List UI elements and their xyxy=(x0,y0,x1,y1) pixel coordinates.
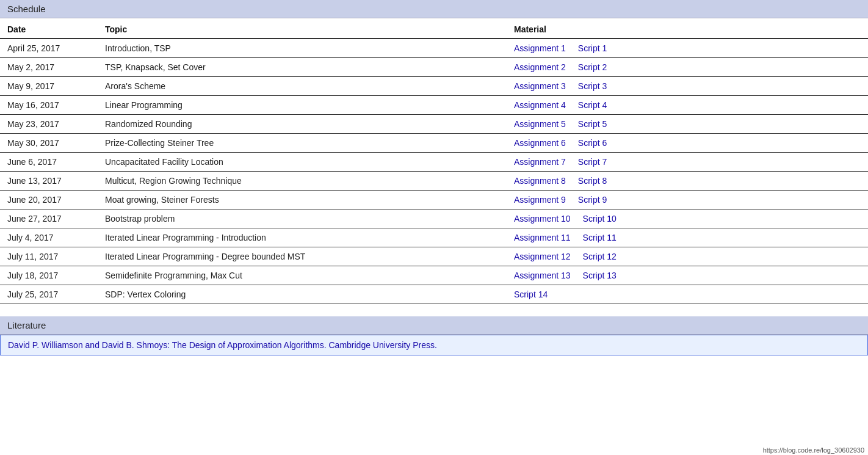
col-header-topic: Topic xyxy=(98,18,507,38)
table-header-row: Date Topic Material xyxy=(0,18,868,38)
cell-material: Assignment 8Script 8 xyxy=(507,172,868,191)
assignment-link[interactable]: Assignment 9 xyxy=(514,195,566,205)
script-link[interactable]: Script 8 xyxy=(578,176,607,186)
assignment-link[interactable]: Assignment 6 xyxy=(514,138,566,148)
material-links: Assignment 4Script 4 xyxy=(514,100,861,110)
material-links: Assignment 13Script 13 xyxy=(514,271,861,280)
cell-topic: Linear Programming xyxy=(98,96,507,115)
cell-topic: Prize-Collecting Steiner Tree xyxy=(98,134,507,153)
assignment-link[interactable]: Assignment 3 xyxy=(514,81,566,91)
table-row: May 16, 2017Linear ProgrammingAssignment… xyxy=(0,96,868,115)
cell-material: Assignment 4Script 4 xyxy=(507,96,868,115)
assignment-link[interactable]: Assignment 2 xyxy=(514,62,566,72)
cell-material: Assignment 7Script 7 xyxy=(507,153,868,172)
script-link[interactable]: Script 13 xyxy=(583,271,617,280)
cell-material: Assignment 1Script 1 xyxy=(507,38,868,58)
cell-date: June 27, 2017 xyxy=(0,209,98,228)
script-link[interactable]: Script 7 xyxy=(578,157,607,167)
assignment-link[interactable]: Assignment 1 xyxy=(514,43,566,53)
literature-section: Literature David P. Williamson and David… xyxy=(0,316,868,355)
table-row: June 27, 2017Bootstrap problemAssignment… xyxy=(0,209,868,228)
cell-topic: SDP: Vertex Coloring xyxy=(98,285,507,304)
table-row: May 2, 2017TSP, Knapsack, Set CoverAssig… xyxy=(0,58,868,77)
table-row: June 20, 2017Moat growing, Steiner Fores… xyxy=(0,191,868,209)
assignment-link[interactable]: Assignment 5 xyxy=(514,119,566,129)
cell-material: Assignment 2Script 2 xyxy=(507,58,868,77)
material-links: Assignment 6Script 6 xyxy=(514,138,861,148)
cell-topic: Introduction, TSP xyxy=(98,38,507,58)
material-links: Assignment 9Script 9 xyxy=(514,195,861,205)
script-link[interactable]: Script 1 xyxy=(578,43,607,53)
cell-date: July 18, 2017 xyxy=(0,266,98,285)
schedule-header: Schedule xyxy=(0,0,868,18)
literature-link[interactable]: David P. Williamson and David B. Shmoys:… xyxy=(8,340,437,350)
assignment-link[interactable]: Assignment 11 xyxy=(514,233,571,242)
script-link[interactable]: Script 3 xyxy=(578,81,607,91)
cell-material: Script 14 xyxy=(507,285,868,304)
cell-material: Assignment 11Script 11 xyxy=(507,228,868,247)
assignment-link[interactable]: Assignment 12 xyxy=(514,252,571,261)
script-link[interactable]: Script 12 xyxy=(583,252,617,261)
table-row: May 9, 2017Arora's SchemeAssignment 3Scr… xyxy=(0,77,868,96)
table-row: May 30, 2017Prize-Collecting Steiner Tre… xyxy=(0,134,868,153)
material-links: Assignment 12Script 12 xyxy=(514,252,861,261)
assignment-link[interactable]: Assignment 4 xyxy=(514,100,566,110)
schedule-table: Date Topic Material April 25, 2017Introd… xyxy=(0,18,868,304)
script-link[interactable]: Script 11 xyxy=(583,233,617,242)
cell-topic: Semidefinite Programming, Max Cut xyxy=(98,266,507,285)
cell-date: May 2, 2017 xyxy=(0,58,98,77)
table-row: May 23, 2017Randomized RoundingAssignmen… xyxy=(0,115,868,134)
table-row: June 6, 2017Uncapacitated Facility Locat… xyxy=(0,153,868,172)
table-row: July 4, 2017Iterated Linear Programming … xyxy=(0,228,868,247)
cell-topic: Iterated Linear Programming - Degree bou… xyxy=(98,247,507,266)
cell-date: May 9, 2017 xyxy=(0,77,98,96)
material-links: Assignment 1Script 1 xyxy=(514,43,861,53)
script-link[interactable]: Script 6 xyxy=(578,138,607,148)
cell-date: June 6, 2017 xyxy=(0,153,98,172)
cell-material: Assignment 9Script 9 xyxy=(507,191,868,209)
cell-date: April 25, 2017 xyxy=(0,38,98,58)
material-links: Assignment 3Script 3 xyxy=(514,81,861,91)
material-links: Assignment 2Script 2 xyxy=(514,62,861,72)
table-row: June 13, 2017Multicut, Region Growing Te… xyxy=(0,172,868,191)
script-link[interactable]: Script 10 xyxy=(583,214,617,224)
material-links: Assignment 8Script 8 xyxy=(514,176,861,186)
cell-topic: Iterated Linear Programming - Introducti… xyxy=(98,228,507,247)
col-header-material: Material xyxy=(507,18,868,38)
assignment-link[interactable]: Assignment 8 xyxy=(514,176,566,186)
table-row: July 11, 2017Iterated Linear Programming… xyxy=(0,247,868,266)
cell-topic: Uncapacitated Facility Location xyxy=(98,153,507,172)
table-row: April 25, 2017Introduction, TSPAssignmen… xyxy=(0,38,868,58)
assignment-link[interactable]: Assignment 10 xyxy=(514,214,571,224)
script-link[interactable]: Script 4 xyxy=(578,100,607,110)
cell-date: July 4, 2017 xyxy=(0,228,98,247)
cell-date: May 16, 2017 xyxy=(0,96,98,115)
table-row: July 25, 2017SDP: Vertex ColoringScript … xyxy=(0,285,868,304)
cell-material: Assignment 3Script 3 xyxy=(507,77,868,96)
material-links: Script 14 xyxy=(514,289,861,299)
assignment-link[interactable]: Assignment 7 xyxy=(514,157,566,167)
cell-material: Assignment 5Script 5 xyxy=(507,115,868,134)
schedule-section: Schedule Date Topic Material April 25, 2… xyxy=(0,0,868,304)
script-link[interactable]: Script 5 xyxy=(578,119,607,129)
cell-topic: Arora's Scheme xyxy=(98,77,507,96)
cell-topic: Multicut, Region Growing Technique xyxy=(98,172,507,191)
script-link[interactable]: Script 2 xyxy=(578,62,607,72)
literature-content[interactable]: David P. Williamson and David B. Shmoys:… xyxy=(0,335,868,355)
material-links: Assignment 5Script 5 xyxy=(514,119,861,129)
cell-date: June 20, 2017 xyxy=(0,191,98,209)
script-link[interactable]: Script 14 xyxy=(514,289,548,299)
cell-material: Assignment 13Script 13 xyxy=(507,266,868,285)
table-row: July 18, 2017Semidefinite Programming, M… xyxy=(0,266,868,285)
cell-date: May 23, 2017 xyxy=(0,115,98,134)
script-link[interactable]: Script 9 xyxy=(578,195,607,205)
cell-date: June 13, 2017 xyxy=(0,172,98,191)
assignment-link[interactable]: Assignment 13 xyxy=(514,271,571,280)
cell-material: Assignment 10Script 10 xyxy=(507,209,868,228)
material-links: Assignment 11Script 11 xyxy=(514,233,861,242)
cell-topic: Bootstrap problem xyxy=(98,209,507,228)
material-links: Assignment 10Script 10 xyxy=(514,214,861,224)
cell-topic: Randomized Rounding xyxy=(98,115,507,134)
cell-topic: TSP, Knapsack, Set Cover xyxy=(98,58,507,77)
cell-date: May 30, 2017 xyxy=(0,134,98,153)
